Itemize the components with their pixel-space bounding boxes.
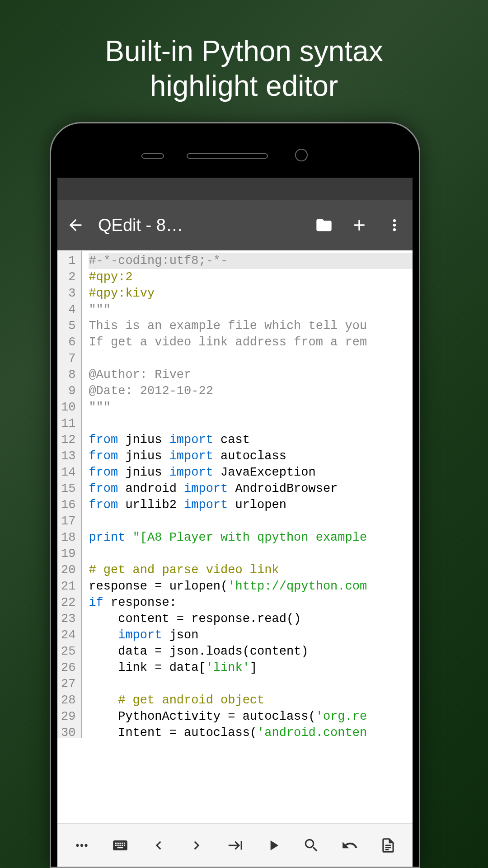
code-line[interactable]: import json [89, 627, 413, 643]
line-number: 2 [61, 269, 75, 285]
line-number: 3 [61, 285, 75, 302]
line-number: 17 [61, 513, 75, 529]
app-bar: QEdit - 8… [57, 200, 413, 250]
line-number: 4 [61, 302, 75, 318]
app-title: QEdit - 8… [98, 216, 211, 235]
line-number: 24 [61, 627, 75, 643]
keyboard-icon [112, 837, 129, 854]
code-line[interactable]: PythonActivity = autoclass('org.re [89, 708, 413, 725]
phone-frame: QEdit - 8… 12345678910111213141516171819… [50, 122, 420, 868]
document-icon [380, 837, 397, 854]
line-number: 22 [61, 594, 75, 611]
chevron-right-icon [188, 837, 205, 854]
line-number: 5 [61, 318, 75, 334]
code-line[interactable]: from android import AndroidBrowser [89, 481, 413, 497]
line-number: 21 [61, 578, 75, 594]
line-number: 19 [61, 546, 75, 562]
code-area[interactable]: #-*-coding:utf8;-*-#qpy:2#qpy:kivy"""Thi… [81, 251, 413, 738]
line-number: 16 [61, 497, 75, 513]
phone-sensor-icon [141, 153, 164, 159]
line-number: 8 [61, 367, 75, 383]
line-number: 30 [61, 725, 75, 738]
line-number: 7 [61, 350, 75, 367]
search-button[interactable] [299, 833, 324, 858]
line-number: 15 [61, 481, 75, 497]
code-line[interactable]: response = urlopen('http://qpython.com [89, 578, 413, 594]
line-number: 6 [61, 334, 75, 350]
folder-button[interactable] [315, 216, 333, 234]
line-number: 23 [61, 611, 75, 627]
plus-icon [350, 216, 368, 234]
code-line[interactable]: # get and parse video link [89, 562, 413, 578]
prev-button[interactable] [146, 833, 171, 858]
phone-speaker-icon [187, 153, 268, 159]
line-number: 26 [61, 660, 75, 676]
dots-icon [73, 837, 90, 854]
code-line[interactable] [89, 676, 413, 692]
code-line[interactable]: from urllib2 import urlopen [89, 497, 413, 513]
undo-icon [341, 837, 358, 854]
code-line[interactable]: @Date: 2012-10-22 [89, 383, 413, 399]
more-vert-icon [385, 216, 404, 234]
code-line[interactable]: #qpy:2 [89, 269, 413, 285]
line-number: 20 [61, 562, 75, 578]
code-line[interactable]: Intent = autoclass('android.conten [89, 725, 413, 738]
line-number: 27 [61, 676, 75, 692]
phone-top [51, 123, 419, 173]
code-line[interactable]: data = json.loads(content) [89, 643, 413, 660]
code-line[interactable]: @Author: River [89, 367, 413, 383]
code-line[interactable] [89, 513, 413, 529]
more-button[interactable] [385, 216, 404, 234]
code-line[interactable]: """ [89, 399, 413, 415]
code-line[interactable]: from jnius import autoclass [89, 448, 413, 464]
code-line[interactable]: #-*-coding:utf8;-*- [89, 253, 413, 269]
code-line[interactable]: from jnius import JavaException [89, 464, 413, 481]
code-line[interactable]: """ [89, 302, 413, 318]
next-button[interactable] [184, 833, 209, 858]
code-line[interactable] [89, 546, 413, 562]
code-line[interactable] [89, 350, 413, 367]
line-number: 12 [61, 432, 75, 448]
line-number: 28 [61, 692, 75, 708]
code-line[interactable]: #qpy:kivy [89, 285, 413, 302]
code-line[interactable]: This is an example file which tell you [89, 318, 413, 334]
promo-line-2: highlight editor [0, 69, 488, 104]
play-button[interactable] [261, 833, 286, 858]
undo-button[interactable] [337, 833, 362, 858]
add-button[interactable] [350, 216, 368, 234]
promo-line-1: Built-in Python syntax [0, 34, 488, 69]
phone-camera-icon [295, 149, 308, 161]
menu-button[interactable] [69, 833, 94, 858]
code-line[interactable]: If get a video link address from a rem [89, 334, 413, 350]
search-icon [303, 837, 320, 854]
code-line[interactable]: content = response.read() [89, 611, 413, 627]
code-line[interactable]: if response: [89, 594, 413, 611]
line-number: 13 [61, 448, 75, 464]
promo-title: Built-in Python syntax highlight editor [0, 0, 488, 104]
code-line[interactable] [89, 415, 413, 432]
code-line[interactable]: link = data['link'] [89, 660, 413, 676]
line-gutter: 1234567891011121314151617181920212223242… [57, 251, 81, 738]
play-icon [265, 837, 282, 854]
back-arrow-icon [66, 216, 84, 234]
keyboard-button[interactable] [108, 833, 133, 858]
bottom-toolbar [57, 823, 413, 867]
line-number: 1 [61, 253, 75, 269]
document-button[interactable] [375, 833, 401, 858]
folder-icon [315, 216, 333, 234]
tab-arrow-icon [226, 837, 244, 854]
tab-button[interactable] [222, 833, 248, 858]
back-button[interactable] [66, 216, 84, 234]
line-number: 11 [61, 415, 75, 432]
line-number: 25 [61, 643, 75, 660]
line-number: 10 [61, 399, 75, 415]
code-line[interactable]: # get android object [89, 692, 413, 708]
line-number: 18 [61, 529, 75, 546]
code-line[interactable]: print "[A8 Player with qpython example [89, 529, 413, 546]
phone-screen: QEdit - 8… 12345678910111213141516171819… [57, 178, 413, 867]
line-number: 9 [61, 383, 75, 399]
status-bar [57, 178, 413, 200]
line-number: 29 [61, 708, 75, 725]
code-editor[interactable]: 1234567891011121314151617181920212223242… [57, 250, 413, 738]
code-line[interactable]: from jnius import cast [89, 432, 413, 448]
